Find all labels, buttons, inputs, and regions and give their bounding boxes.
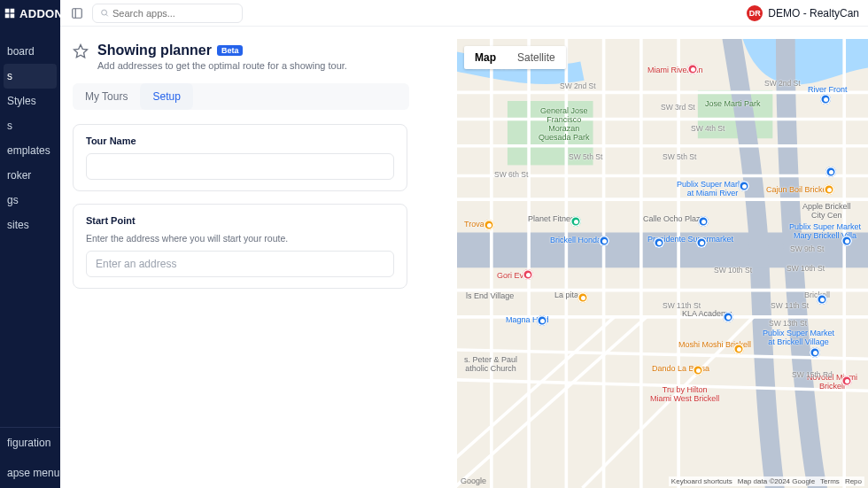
map-pin[interactable] <box>841 236 852 246</box>
map-pin[interactable] <box>824 184 834 195</box>
map-label: Cajun Boil Brickell <box>766 185 831 194</box>
tour-name-label: Tour Name <box>86 136 394 146</box>
map-pin[interactable] <box>739 181 749 191</box>
map-pin[interactable] <box>696 237 707 248</box>
map-pin[interactable] <box>810 347 820 358</box>
sidebar-item[interactable]: board <box>0 39 60 64</box>
map-label: SW 2nd St <box>560 81 596 90</box>
map-label: Tru by HiltonMiami West Brickell <box>650 386 719 404</box>
sidebar-bottom-item[interactable]: apse menu <box>0 458 60 488</box>
map-label: SW 11th St <box>771 301 809 310</box>
map-pin[interactable] <box>698 216 709 227</box>
sidebar-bottom: figurationapse menu <box>0 427 60 488</box>
sidebar: ADDONS boardsStylessemplatesrokergssites… <box>0 0 60 488</box>
search-input-wrap[interactable] <box>92 4 243 23</box>
svg-rect-2 <box>5 14 10 19</box>
map-pin[interactable] <box>537 315 547 326</box>
map-pin[interactable] <box>820 94 831 105</box>
map-terms[interactable]: Terms <box>820 477 840 485</box>
user-name: DEMO - RealtyCan <box>768 7 859 19</box>
map-label: SW 11th St <box>663 301 701 310</box>
map-pin[interactable] <box>570 216 581 227</box>
map-label: Jose Marti Park <box>705 99 761 108</box>
map-pin[interactable] <box>723 312 733 322</box>
sidebar-item[interactable]: emplates <box>0 138 60 163</box>
tour-name-input[interactable] <box>86 153 394 180</box>
map-pin[interactable] <box>841 376 852 386</box>
tab[interactable]: Setup <box>140 83 192 110</box>
search-input[interactable] <box>112 8 235 19</box>
map-pin[interactable] <box>817 294 827 305</box>
content: Showing planner Beta Add addresses to ge… <box>60 27 868 488</box>
sidebar-item[interactable]: sites <box>0 213 60 237</box>
map-pin[interactable] <box>654 237 664 248</box>
sidebar-bottom-item[interactable]: figuration <box>0 428 60 458</box>
panel-layout-icon[interactable] <box>69 5 85 21</box>
map-label: SW 5th St <box>663 152 696 161</box>
map-label: Calle Ocho Plaza <box>643 214 705 223</box>
map-pin[interactable] <box>733 344 744 354</box>
brand-icon <box>4 7 16 19</box>
map-label: SW 6th St <box>494 170 528 179</box>
user-menu[interactable]: DR DEMO - RealtyCan <box>747 5 859 21</box>
sidebar-item[interactable]: roker <box>0 163 60 188</box>
map-pin[interactable] <box>599 236 609 246</box>
sidebar-item[interactable]: s <box>4 64 57 89</box>
sidebar-item[interactable]: Styles <box>0 89 60 113</box>
map-label: SW 2nd St <box>764 79 801 88</box>
tabs: My ToursSetup <box>73 83 409 110</box>
map-label: La pita <box>554 290 578 299</box>
map-label: SW 9th St <box>790 244 824 253</box>
tab[interactable]: My Tours <box>73 83 140 110</box>
map-label: Apple BrickellCity Cen <box>802 203 851 221</box>
topbar: DR DEMO - RealtyCan <box>60 0 868 27</box>
start-point-card: Start Point Enter the address where you … <box>73 204 407 289</box>
map-attribution: Keyboard shortcuts Map data ©2024 Google… <box>669 476 864 486</box>
start-point-input[interactable] <box>86 251 394 277</box>
svg-rect-4 <box>73 8 82 18</box>
left-column: Showing planner Beta Add addresses to ge… <box>73 39 436 488</box>
page-subtitle: Add addresses to get the optimal route f… <box>97 60 347 71</box>
map-type-switch: Map Satellite <box>464 46 566 69</box>
map-label: SW 10th St <box>714 266 752 275</box>
svg-rect-0 <box>5 9 10 13</box>
svg-point-5 <box>102 10 107 15</box>
map-type-satellite[interactable]: Satellite <box>507 46 566 69</box>
map-label: SW 10th St <box>787 264 825 273</box>
map-label: Publix Super Marketat Brickell Village <box>763 329 834 347</box>
map-pin[interactable] <box>693 365 703 376</box>
map-pin[interactable] <box>825 167 836 177</box>
map-label: SW 15th Rd <box>792 370 833 379</box>
map-data: Map data ©2024 Google <box>738 477 815 485</box>
map-pin[interactable] <box>577 292 588 303</box>
map-label: River Front <box>808 85 848 94</box>
map-report[interactable]: Repo <box>845 477 862 485</box>
brand-text: ADDONS <box>19 7 60 20</box>
tour-name-card: Tour Name <box>73 124 407 191</box>
sidebar-item[interactable]: s <box>0 113 60 138</box>
right-column: Map Satellite Google Keyboard shortcuts … <box>457 39 868 488</box>
map-label: Brickell Honda <box>550 236 601 244</box>
sidebar-nav: boardsStylessemplatesrokergssites <box>0 39 60 427</box>
svg-rect-3 <box>11 14 15 19</box>
map-label: Trova <box>464 220 484 229</box>
map[interactable]: Map Satellite Google Keyboard shortcuts … <box>457 39 868 488</box>
sidebar-item[interactable]: gs <box>0 188 60 213</box>
map-label: s. Peter & Paulatholic Church <box>464 356 517 374</box>
map-pin[interactable] <box>484 220 494 230</box>
star-icon[interactable] <box>73 43 89 59</box>
map-label: SW 5th St <box>569 152 602 161</box>
map-pin[interactable] <box>687 64 698 74</box>
svg-rect-1 <box>11 9 15 13</box>
map-label: SW 13th St <box>769 319 807 328</box>
beta-badge: Beta <box>217 45 244 56</box>
start-point-label: Start Point <box>86 215 394 226</box>
map-label: Publix Super Marketat Miami River <box>677 181 748 198</box>
google-logo: Google <box>461 476 486 485</box>
main: DR DEMO - RealtyCan Showing planner Beta… <box>60 0 868 488</box>
map-type-map[interactable]: Map <box>464 46 507 69</box>
avatar: DR <box>747 5 763 21</box>
brand-logo[interactable]: ADDONS <box>0 0 60 27</box>
map-pin[interactable] <box>523 269 533 280</box>
map-shortcuts[interactable]: Keyboard shortcuts <box>671 477 732 485</box>
